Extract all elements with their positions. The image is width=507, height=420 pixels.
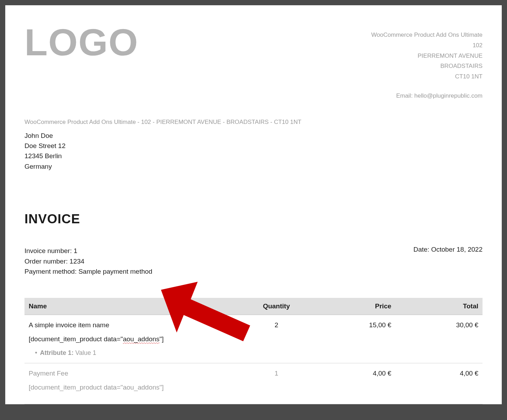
item-total: 30,00 € bbox=[395, 315, 483, 363]
item-shortcode: [document_item_product data="aou_addons"… bbox=[29, 384, 240, 391]
attribute-label: Attribute 1: bbox=[40, 349, 73, 356]
company-info-block: WooCommerce Product Add Ons Ultimate 102… bbox=[371, 30, 483, 101]
customer-name: John Doe bbox=[24, 131, 483, 141]
invoice-date: Date: October 18, 2022 bbox=[413, 246, 483, 253]
company-name: WooCommerce Product Add Ons Ultimate bbox=[371, 30, 483, 40]
table-header-row: Name Quantity Price Total bbox=[24, 298, 483, 315]
item-shortcode: [document_item_product data="aou_addons"… bbox=[29, 335, 240, 343]
company-city: BROADSTAIRS bbox=[371, 61, 483, 71]
customer-street: Doe Street 12 bbox=[24, 141, 483, 151]
invoice-page: LOGO WooCommerce Product Add Ons Ultimat… bbox=[5, 5, 502, 404]
company-email: Email: hello@pluginrepublic.com bbox=[371, 91, 483, 101]
invoice-meta-block: Invoice number: 1 Order number: 1234 Pay… bbox=[24, 246, 483, 276]
company-addr1: 102 bbox=[371, 40, 483, 51]
item-name: A simple invoice item name bbox=[29, 321, 240, 329]
item-cell-name: A simple invoice item name [document_ite… bbox=[24, 315, 244, 363]
invoice-items-table: Name Quantity Price Total A simple invoi… bbox=[24, 298, 483, 404]
header-name: Name bbox=[24, 298, 244, 315]
invoice-meta-right: Date: October 18, 2022 bbox=[413, 246, 483, 253]
header-total: Total bbox=[395, 298, 483, 315]
item-quantity: 2 bbox=[244, 315, 308, 363]
table-row: A simple invoice item name [document_ite… bbox=[24, 315, 483, 363]
item-cell-name: Payment Fee [document_item_product data=… bbox=[24, 363, 244, 404]
bullet-icon: • bbox=[35, 349, 37, 357]
spellcheck-squiggle: aou_addons bbox=[123, 335, 160, 343]
invoice-title: INVOICE bbox=[24, 212, 483, 226]
payment-method: Payment method: Sample payment method bbox=[24, 266, 152, 276]
header-price: Price bbox=[309, 298, 396, 315]
item-price: 4,00 € bbox=[309, 363, 396, 404]
item-attributes: •Attribute 1: Value 1 bbox=[29, 349, 240, 357]
item-total: 4,00 € bbox=[395, 363, 483, 404]
invoice-number: Invoice number: 1 bbox=[24, 246, 152, 256]
logo-placeholder: LOGO bbox=[24, 26, 139, 58]
invoice-header: LOGO WooCommerce Product Add Ons Ultimat… bbox=[24, 26, 483, 101]
item-name: Payment Fee bbox=[29, 370, 240, 377]
customer-address-block: John Doe Doe Street 12 12345 Berlin Germ… bbox=[24, 131, 483, 172]
header-quantity: Quantity bbox=[244, 298, 308, 315]
company-addr2: PIERREMONT AVENUE bbox=[371, 51, 483, 61]
attribute-value: Value 1 bbox=[73, 349, 96, 356]
item-price: 15,00 € bbox=[309, 315, 396, 363]
sender-address-line: WooCommerce Product Add Ons Ultimate - 1… bbox=[24, 119, 483, 126]
invoice-meta-left: Invoice number: 1 Order number: 1234 Pay… bbox=[24, 246, 152, 276]
customer-country: Germany bbox=[24, 161, 483, 172]
table-row: Payment Fee [document_item_product data=… bbox=[24, 363, 483, 404]
item-quantity: 1 bbox=[244, 363, 308, 404]
customer-city: 12345 Berlin bbox=[24, 151, 483, 161]
order-number: Order number: 1234 bbox=[24, 256, 152, 266]
company-postcode: CT10 1NT bbox=[371, 71, 483, 82]
